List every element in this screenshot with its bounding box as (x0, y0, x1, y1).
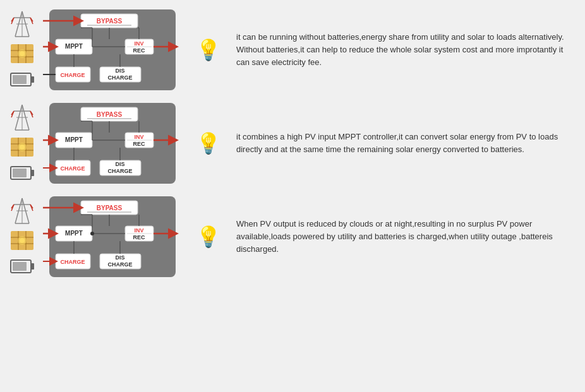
diagram-svg-3: BYPASS MPPT INV REC CHARGE DIS CHARGE (43, 193, 188, 280)
desc-2: it combines a high PV input MPPT control… (229, 127, 579, 160)
battery-icon-3 (9, 256, 35, 276)
svg-text:CHARGE: CHARGE (107, 261, 132, 268)
icons-col-2 (6, 104, 38, 183)
diagram-row-2: BYPASS MPPT INV REC CHARGE DIS CHARGE (6, 100, 579, 187)
bulb-2: 💡 (196, 131, 221, 155)
battery-icon-1 (9, 69, 35, 90)
icons-col-1 (6, 10, 38, 90)
svg-point-111 (20, 238, 25, 243)
desc-text-1: it can be running without batteries,ener… (236, 32, 564, 67)
bulb-1: 💡 (196, 38, 221, 62)
diagram-row-3: BYPASS MPPT INV REC CHARGE DIS CHARGE (6, 193, 579, 280)
svg-rect-113 (31, 263, 34, 270)
tower-icon-2 (9, 104, 35, 131)
svg-text:MPPT: MPPT (65, 230, 83, 237)
svg-text:CHARGE: CHARGE (60, 72, 85, 78)
svg-text:DIS: DIS (115, 68, 124, 74)
desc-text-3: When PV output is reduced by clouds or a… (236, 219, 553, 254)
svg-text:REC: REC (133, 234, 145, 241)
solar-icon-2 (9, 135, 35, 159)
solar-icon-1 (9, 42, 35, 66)
svg-text:INV: INV (134, 227, 143, 234)
desc-3: When PV output is reduced by clouds or a… (229, 214, 579, 259)
svg-text:INV: INV (134, 134, 143, 140)
tower-icon-1 (9, 10, 35, 38)
svg-rect-18 (31, 76, 34, 83)
diagram-svg-1: BYPASS MPPT INV REC CHARGE DIS CHARGE (43, 6, 188, 93)
solar-icon-3 (9, 229, 35, 252)
svg-text:BYPASS: BYPASS (97, 18, 123, 25)
bulb-3: 💡 (196, 225, 221, 249)
svg-text:BYPASS: BYPASS (97, 205, 123, 211)
svg-point-141 (90, 232, 94, 235)
diagram-row-1: BYPASS MPPT INV REC CHARGE DIS CHARGE (6, 6, 579, 93)
diagram-svg-2: BYPASS MPPT INV REC CHARGE DIS CHARGE (43, 100, 188, 187)
svg-text:DIS: DIS (115, 254, 124, 261)
tower-icon-3 (9, 197, 35, 225)
battery-icon-2 (9, 163, 35, 183)
svg-text:CHARGE: CHARGE (107, 74, 132, 81)
main-page: BYPASS MPPT INV REC CHARGE DIS CHARGE (0, 0, 585, 287)
desc-1: it can be running without batteries,ener… (229, 27, 579, 73)
desc-text-2: it combines a high PV input MPPT control… (236, 132, 558, 154)
svg-point-65 (20, 145, 25, 150)
svg-text:BYPASS: BYPASS (97, 111, 123, 118)
svg-text:INV: INV (134, 40, 143, 47)
svg-text:CHARGE: CHARGE (60, 259, 85, 265)
svg-text:CHARGE: CHARGE (60, 165, 85, 172)
svg-rect-68 (13, 169, 27, 177)
svg-text:MPPT: MPPT (65, 136, 83, 143)
svg-rect-67 (31, 170, 34, 176)
icons-col-3 (6, 197, 38, 276)
svg-text:REC: REC (133, 141, 145, 147)
svg-rect-19 (13, 75, 27, 84)
svg-point-16 (20, 51, 25, 56)
svg-text:DIS: DIS (115, 161, 124, 167)
svg-text:CHARGE: CHARGE (107, 168, 132, 174)
svg-text:MPPT: MPPT (65, 43, 83, 50)
svg-rect-114 (13, 262, 27, 271)
svg-text:REC: REC (133, 47, 145, 54)
